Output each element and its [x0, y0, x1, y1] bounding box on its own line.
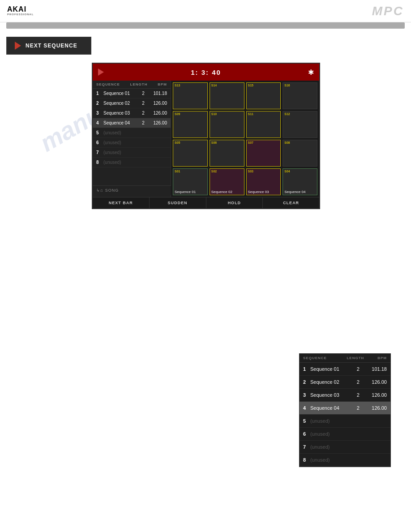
pad-grid: S13 S14 S15 S16 S09 S10 — [171, 81, 319, 197]
bottom-table-header: SEQUENCE LENGTH BPM — [300, 354, 390, 363]
next-bar-button[interactable]: NEXT BAR — [93, 197, 150, 208]
song-icon: ↳♫ — [96, 188, 103, 193]
akai-logo: AKAI PROFESSIONAL — [7, 4, 43, 18]
next-sequence-button[interactable]: NEXT SEQUENCE — [6, 37, 91, 55]
pad-s01[interactable]: S01 Sequence 01 — [173, 168, 208, 195]
screen-star: ✱ — [308, 68, 314, 77]
song-footer: ↳♫ SONG — [93, 185, 171, 195]
header-sequence: SEQUENCE — [303, 356, 345, 360]
pad-s15[interactable]: S15 — [246, 82, 281, 109]
pad-s11[interactable]: S11 — [246, 111, 281, 138]
pad-s12[interactable]: S12 — [283, 111, 317, 138]
header: AKAI PROFESSIONAL MPC — [0, 0, 411, 22]
pad-s16[interactable]: S16 — [283, 82, 317, 109]
seq-row-4[interactable]: 4 Sequence 04 2 126.00 — [93, 118, 171, 128]
mpc-screen: 1: 3: 40 ✱ SEQUENCE LENGTH BPM 1 Sequenc… — [92, 63, 320, 209]
pad-s03[interactable]: S03 Sequence 03 — [246, 168, 281, 195]
pad-s13[interactable]: S13 — [173, 82, 208, 109]
bottom-row-1[interactable]: 1 Sequence 01 2 101.18 — [300, 363, 390, 376]
gray-bar — [6, 22, 405, 29]
clear-button[interactable]: CLEAR — [263, 197, 319, 208]
pad-s10[interactable]: S10 — [210, 111, 244, 138]
bottom-row-8[interactable]: 8 (unused) — [300, 454, 390, 467]
mpc-logo: MPC — [372, 4, 404, 18]
screenshot-area: manualslib 1: 3: 40 ✱ SEQUENCE LENGTH BP… — [92, 63, 320, 209]
col-length: LENGTH — [130, 82, 148, 86]
pad-s14[interactable]: S14 — [210, 82, 244, 109]
play-icon — [15, 42, 21, 50]
next-sequence-label: NEXT SEQUENCE — [26, 43, 77, 49]
seq-row-5[interactable]: 5 (unused) — [93, 128, 171, 138]
bottom-table: SEQUENCE LENGTH BPM 1 Sequence 01 2 101.… — [299, 353, 391, 467]
sequence-list: SEQUENCE LENGTH BPM 1 Sequence 01 2 101.… — [93, 81, 171, 197]
screen-header: 1: 3: 40 ✱ — [93, 64, 319, 81]
bottom-row-7[interactable]: 7 (unused) — [300, 441, 390, 454]
pad-s02[interactable]: S02 Sequence 02 — [210, 168, 244, 195]
screen-play-icon — [98, 69, 104, 76]
bottom-row-5[interactable]: 5 (unused) — [300, 415, 390, 428]
bottom-buttons: NEXT BAR SUDDEN HOLD CLEAR — [93, 197, 319, 208]
hold-button[interactable]: HOLD — [206, 197, 263, 208]
pad-s07[interactable]: S07 — [246, 140, 281, 167]
pad-s04[interactable]: S04 Sequence 04 — [283, 168, 317, 195]
seq-row-1[interactable]: 1 Sequence 01 2 101.18 — [93, 89, 171, 99]
screen-body: SEQUENCE LENGTH BPM 1 Sequence 01 2 101.… — [93, 81, 319, 197]
seq-row-6[interactable]: 6 (unused) — [93, 138, 171, 148]
pad-s08[interactable]: S08 — [283, 140, 317, 167]
bottom-row-6[interactable]: 6 (unused) — [300, 428, 390, 441]
pad-s05[interactable]: S05 — [173, 140, 208, 167]
seq-row-3[interactable]: 3 Sequence 03 2 126.00 — [93, 108, 171, 118]
svg-text:PROFESSIONAL: PROFESSIONAL — [7, 13, 34, 16]
sudden-button[interactable]: SUDDEN — [150, 197, 206, 208]
header-bpm: BPM — [366, 356, 387, 360]
seq-row-7[interactable]: 7 (unused) — [93, 148, 171, 158]
song-label: SONG — [105, 188, 119, 193]
bottom-row-3[interactable]: 3 Sequence 03 2 126.00 — [300, 389, 390, 402]
bottom-table-container: SEQUENCE LENGTH BPM 1 Sequence 01 2 101.… — [299, 353, 391, 467]
svg-text:AKAI: AKAI — [7, 5, 26, 13]
col-bpm: BPM — [158, 82, 167, 86]
bottom-row-4[interactable]: 4 Sequence 04 2 126.00 — [300, 402, 390, 415]
bottom-row-2[interactable]: 2 Sequence 02 2 126.00 — [300, 376, 390, 389]
seq-row-8[interactable]: 8 (unused) — [93, 158, 171, 167]
seq-list-header: SEQUENCE LENGTH BPM — [93, 81, 171, 89]
screen-counter: 1: 3: 40 — [191, 69, 221, 76]
pad-s09[interactable]: S09 — [173, 111, 208, 138]
pad-s06[interactable]: S06 — [210, 140, 244, 167]
seq-row-2[interactable]: 2 Sequence 02 2 126.00 — [93, 99, 171, 108]
header-length: LENGTH — [345, 356, 366, 360]
col-sequence: SEQUENCE — [96, 82, 120, 86]
